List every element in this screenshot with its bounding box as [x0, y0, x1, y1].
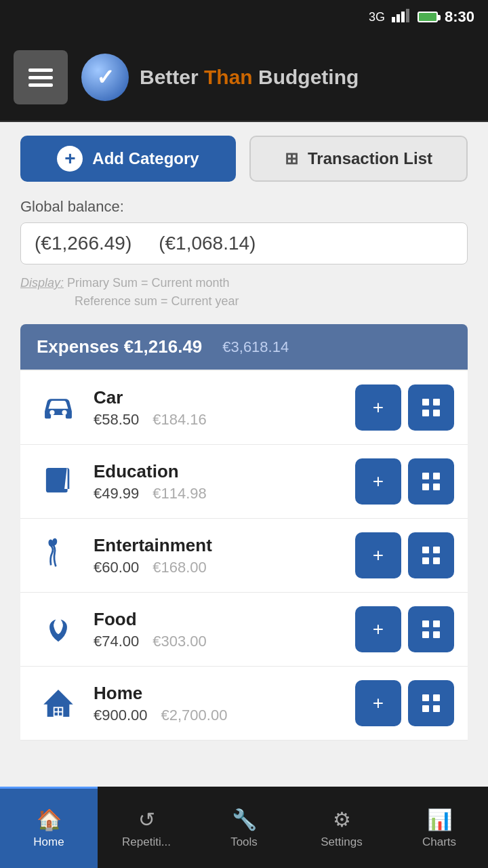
svg-rect-6 [422, 410, 429, 416]
list-item: Home €900.00 €2,700.00 + [20, 667, 468, 741]
display-line1: Primary Sum = Current month [67, 276, 230, 290]
home-list-button[interactable] [408, 680, 454, 726]
svg-rect-5 [433, 399, 440, 406]
global-balance-primary: (€1,266.49) [35, 233, 131, 254]
cat-name: Entertainment [94, 535, 344, 556]
add-category-button[interactable]: + Add Category [20, 136, 236, 182]
list-item: Car €58.50 €184.16 + [20, 371, 468, 445]
nav-repetiti[interactable]: ↺ Repetiti... [98, 787, 195, 868]
menu-button[interactable] [14, 50, 68, 104]
global-balance-reference: (€1,068.14) [159, 233, 256, 254]
svg-rect-8 [422, 473, 429, 479]
svg-rect-14 [422, 547, 429, 553]
svg-rect-2 [401, 12, 405, 22]
home-add-button[interactable]: + [355, 680, 401, 726]
cat-ref: €2,700.00 [161, 707, 228, 724]
nav-tools-label: Tools [230, 835, 258, 849]
network-icon: 3G [369, 10, 385, 24]
list-item: Education €49.99 €114.98 + [20, 445, 468, 519]
svg-rect-27 [59, 713, 62, 716]
grid-icon: ⊞ [285, 149, 298, 168]
expenses-title: Expenses €1,216.49 [37, 336, 202, 357]
status-icons: 3G 8:30 [369, 8, 474, 26]
education-info: Education €49.99 €114.98 [94, 461, 344, 502]
nav-home[interactable]: 🏠 Home [0, 787, 98, 868]
nav-home-label: Home [33, 835, 64, 849]
status-bar: 3G 8:30 [0, 0, 488, 34]
svg-rect-15 [433, 547, 440, 553]
display-info: Display: Primary Sum = Current month Ref… [20, 274, 468, 311]
car-actions: + [355, 384, 454, 431]
entertainment-add-button[interactable]: + [355, 532, 401, 578]
bottom-nav: 🏠 Home ↺ Repetiti... 🔧 Tools ⚙ Settings … [0, 787, 488, 868]
display-line2: Reference sum = Current year [20, 294, 239, 308]
cat-name: Food [94, 609, 344, 630]
svg-rect-19 [433, 620, 440, 627]
cat-name: Education [94, 461, 344, 482]
cat-amounts: €49.99 €114.98 [94, 485, 344, 502]
svg-rect-31 [433, 705, 440, 712]
svg-rect-1 [396, 14, 400, 22]
svg-rect-7 [433, 410, 440, 416]
food-icon [34, 605, 83, 654]
nav-tools[interactable]: 🔧 Tools [195, 787, 293, 868]
cat-primary: €900.00 [94, 707, 148, 724]
repetiti-nav-icon: ↺ [138, 808, 155, 831]
svg-rect-3 [406, 9, 409, 22]
cat-amounts: €58.50 €184.16 [94, 411, 344, 429]
svg-rect-24 [55, 708, 58, 711]
nav-charts[interactable]: 📊 Charts [390, 787, 488, 868]
cat-amounts: €900.00 €2,700.00 [94, 707, 344, 724]
cat-amounts: €60.00 €168.00 [94, 559, 344, 576]
cat-name: Home [94, 683, 344, 704]
settings-nav-icon: ⚙ [333, 808, 351, 831]
car-add-button[interactable]: + [355, 384, 401, 431]
education-actions: + [355, 458, 454, 505]
transaction-list-button[interactable]: ⊞ Transaction List [249, 136, 468, 182]
education-icon [34, 457, 83, 506]
entertainment-actions: + [355, 532, 454, 578]
action-buttons: + Add Category ⊞ Transaction List [20, 136, 468, 182]
home-icon [34, 679, 83, 728]
charts-nav-icon: 📊 [427, 808, 452, 831]
home-actions: + [355, 680, 454, 726]
svg-rect-17 [433, 557, 440, 564]
logo-area: ✓ Better Than Budgeting [81, 54, 359, 101]
svg-rect-4 [422, 399, 429, 406]
car-info: Car €58.50 €184.16 [94, 387, 344, 429]
svg-rect-11 [433, 484, 440, 490]
svg-rect-28 [422, 694, 429, 701]
food-list-button[interactable] [408, 606, 454, 652]
education-list-button[interactable] [408, 458, 454, 505]
entertainment-icon [34, 531, 83, 580]
nav-settings[interactable]: ⚙ Settings [293, 787, 390, 868]
svg-rect-16 [422, 557, 429, 564]
add-icon: + [57, 146, 83, 172]
cat-ref: €114.98 [152, 485, 207, 502]
signal-bars-icon [392, 9, 411, 26]
cat-ref: €303.00 [152, 633, 207, 650]
display-label: Display: [20, 276, 64, 290]
nav-repetiti-label: Repetiti... [122, 835, 171, 849]
main-content: + Add Category ⊞ Transaction List Global… [0, 122, 488, 787]
svg-rect-0 [392, 17, 395, 22]
home-nav-icon: 🏠 [37, 808, 62, 831]
entertainment-info: Entertainment €60.00 €168.00 [94, 535, 344, 576]
hamburger-icon [28, 68, 53, 87]
food-actions: + [355, 606, 454, 652]
expenses-header: Expenses €1,216.49 €3,618.14 [20, 324, 468, 370]
global-balance-label: Global balance: [20, 198, 468, 216]
education-add-button[interactable]: + [355, 458, 401, 505]
cat-ref: €168.00 [152, 559, 207, 576]
entertainment-list-button[interactable] [408, 532, 454, 578]
logo-icon: ✓ [81, 54, 129, 101]
list-item: Entertainment €60.00 €168.00 + [20, 519, 468, 593]
svg-rect-29 [433, 694, 440, 701]
expenses-reference: €3,618.14 [222, 338, 289, 356]
svg-rect-18 [422, 620, 429, 627]
car-list-button[interactable] [408, 384, 454, 431]
svg-rect-25 [59, 708, 62, 711]
svg-rect-10 [422, 484, 429, 490]
food-add-button[interactable]: + [355, 606, 401, 652]
home-info: Home €900.00 €2,700.00 [94, 683, 344, 724]
